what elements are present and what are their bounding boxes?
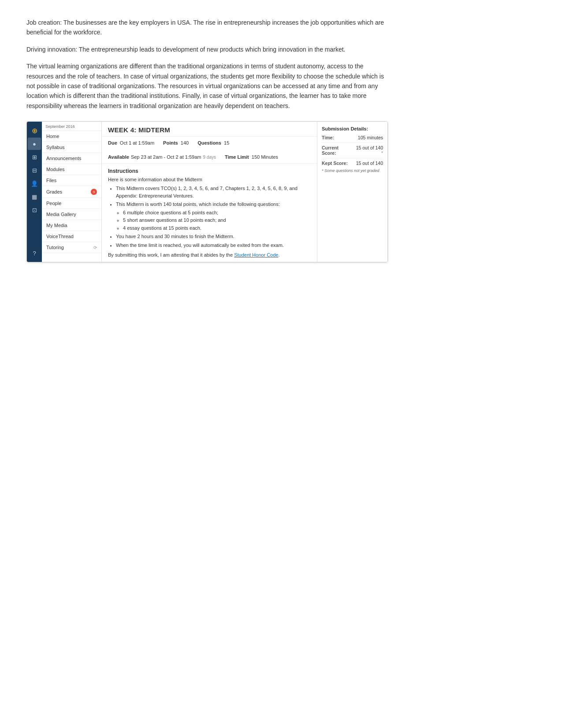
points-value: 140: [181, 140, 189, 146]
available-days: 9 days: [203, 155, 216, 160]
content-header: WEEK 4: MIDTERM: [102, 122, 317, 137]
submission-time-row: Time: 105 minutes: [322, 135, 383, 140]
kept-score-label: Kept Score:: [322, 161, 348, 166]
sidebar-item-announcements[interactable]: Announcements: [42, 153, 101, 164]
instruction-item-2: This Midterm is worth 140 total points, …: [116, 201, 311, 231]
time-limit-value: 150 Minutes: [252, 154, 278, 160]
instructions-list: This Midterm covers TCO(s) 1, 2, 3, 4, 5…: [108, 185, 311, 249]
sub-item-1: 6 multiple choice questions at 5 points …: [123, 209, 311, 217]
grades-badge: 9: [91, 189, 97, 195]
kept-score-value: 15 out of 140: [356, 161, 383, 166]
paragraph-2: Driving innovation: The entrepreneurship…: [26, 45, 388, 54]
sidebar: September 2016 Home Syllabus Announcemen…: [42, 122, 102, 262]
questions-value: 15: [224, 140, 229, 146]
sidebar-item-syllabus[interactable]: Syllabus: [42, 142, 101, 153]
time-limit-info: Time Limit 150 Minutes: [225, 154, 278, 160]
available-dates: Sep 23 at 2am - Oct 2 at 1:59am: [131, 154, 201, 160]
modules-icon[interactable]: ⊡: [28, 204, 41, 216]
content-meta: Due Oct 1 at 1:59am Points 140 Questions…: [102, 137, 317, 164]
logo-icon[interactable]: ⊕: [28, 124, 41, 137]
sidebar-item-my-media[interactable]: My Media: [42, 220, 101, 231]
current-score-label: Current Score:: [322, 145, 339, 156]
sidebar-item-media-gallery[interactable]: Media Gallery: [42, 209, 101, 220]
sub-item-2: 5 short answer questions at 10 points ea…: [123, 217, 311, 224]
sidebar-item-home[interactable]: Home: [42, 131, 101, 142]
instruction-item-4: When the time limit is reached, you will…: [116, 242, 311, 249]
submission-title: Submission Details:: [322, 126, 383, 131]
time-label: Time:: [322, 135, 334, 140]
points-info: Points 140: [163, 140, 189, 146]
instructions-title: Instructions: [108, 168, 311, 174]
not-graded-note: * Some questions not yet graded: [322, 168, 383, 173]
current-score-value: 15 out of 140 *: [356, 145, 383, 156]
lms-container: ⊕ ● ⊞ ⊟ 👤 ▦ ⊡ ? September 2016 Home Syll…: [26, 121, 388, 262]
main-content: WEEK 4: MIDTERM Due Oct 1 at 1:59am Poin…: [102, 122, 317, 262]
divider-1: [322, 142, 383, 143]
honor-code-link[interactable]: Student Honor Code: [234, 252, 278, 258]
sidebar-item-voicethread[interactable]: VoiceThread: [42, 231, 101, 242]
dashboard-icon[interactable]: ⊞: [28, 151, 41, 163]
submission-kept-score-row: Kept Score: 15 out of 140: [322, 161, 383, 166]
honor-code-paragraph: By submitting this work, I am attesting …: [108, 252, 311, 258]
questions-info: Questions 15: [197, 140, 229, 146]
sidebar-item-files[interactable]: Files: [42, 175, 101, 186]
content-title: WEEK 4: MIDTERM: [108, 126, 311, 134]
sidebar-month: September 2016: [42, 122, 101, 131]
sidebar-item-people[interactable]: People: [42, 198, 101, 209]
people-icon[interactable]: 👤: [28, 177, 41, 190]
paragraph-3: The virtual learning organizations are d…: [26, 61, 388, 111]
courses-icon[interactable]: ⊟: [28, 164, 41, 176]
sub-item-3: 4 essay questions at 15 points each.: [123, 224, 311, 232]
submission-current-score-row: Current Score: 15 out of 140 *: [322, 145, 383, 156]
instructions-intro: Here is some information about the Midte…: [108, 177, 311, 182]
instruction-item-3: You have 2 hours and 30 minutes to finis…: [116, 233, 311, 240]
article-section: Job creation: The businesses are the key…: [26, 18, 388, 111]
divider-2: [322, 158, 383, 158]
sidebar-item-modules[interactable]: Modules: [42, 164, 101, 175]
content-body: Instructions Here is some information ab…: [102, 164, 317, 262]
due-date-value: Oct 1 at 1:59am: [120, 140, 154, 146]
instructions-sublist: 6 multiple choice questions at 5 points …: [116, 209, 311, 232]
available-info: Available Sep 23 at 2am - Oct 2 at 1:59a…: [108, 154, 216, 160]
submission-panel: Submission Details: Time: 105 minutes Cu…: [317, 122, 387, 262]
sidebar-item-tutoring[interactable]: Tutoring ⟳: [42, 242, 101, 253]
sidebar-item-grades[interactable]: Grades 9: [42, 186, 101, 198]
help-icon[interactable]: ?: [28, 247, 41, 259]
tutoring-icon: ⟳: [93, 245, 97, 250]
account-icon[interactable]: ●: [28, 138, 41, 150]
due-info: Due Oct 1 at 1:59am: [108, 140, 154, 146]
paragraph-1: Job creation: The businesses are the key…: [26, 18, 388, 37]
time-value: 105 minutes: [358, 135, 383, 140]
calendar-icon[interactable]: ▦: [28, 190, 41, 203]
instruction-item-1: This Midterm covers TCO(s) 1, 2, 3, 4, 5…: [116, 185, 311, 199]
icon-bar: ⊕ ● ⊞ ⊟ 👤 ▦ ⊡ ?: [27, 122, 42, 262]
